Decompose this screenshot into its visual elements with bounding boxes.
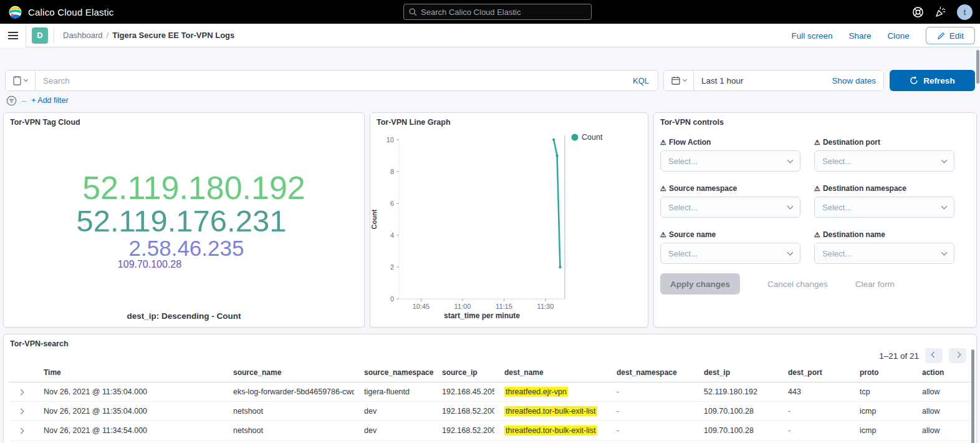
cancel-changes-button[interactable]: Cancel changes <box>767 280 828 289</box>
select-placeholder: Select... <box>822 157 852 166</box>
clear-form-button[interactable]: Clear form <box>855 280 895 289</box>
column-header-source_ip: source_ip <box>432 364 494 382</box>
row-expand-button[interactable] <box>9 382 34 402</box>
svg-text:8: 8 <box>390 168 394 175</box>
kql-language-button[interactable]: KQL <box>624 76 658 85</box>
dashboard-app-badge[interactable]: D <box>32 27 48 44</box>
chevron-down-icon <box>24 77 28 82</box>
cell-source_name: netshoot <box>223 421 354 441</box>
user-avatar[interactable]: t <box>957 4 973 20</box>
table-header-row: Timesource_namesource_namespacesource_ip… <box>9 364 974 382</box>
brand: Calico Cloud Elastic <box>0 6 113 19</box>
pagination-next-button[interactable] <box>949 348 966 363</box>
controls-buttons: Apply changes Cancel changes Clear form <box>660 273 895 295</box>
control-select-destination-name[interactable]: Select... <box>814 243 954 264</box>
cell-dest_name: threatfeed.ejr-vpn <box>494 382 607 402</box>
control-select-source-namespace[interactable]: Select... <box>660 197 800 218</box>
cell-time: Nov 26, 2021 @ 11:34:54.000 <box>34 421 223 441</box>
cell-dest_port: - <box>778 421 850 441</box>
chevron-right-icon <box>18 389 24 396</box>
highlighted-dest-name: threatfeed.ejr-vpn <box>504 387 568 397</box>
search-results-table: Timesource_namesource_namespacesource_ip… <box>9 364 974 441</box>
calendar-menu-button[interactable] <box>664 71 694 90</box>
top-right-icons: t <box>912 0 973 24</box>
page-scrollbar[interactable] <box>976 50 979 84</box>
clone-link[interactable]: Clone <box>887 31 909 41</box>
control-field-label: ⚠Destination port <box>814 138 954 147</box>
kql-search-input[interactable] <box>36 76 624 85</box>
cell-dest_ip: 52.119.180.192 <box>694 382 778 402</box>
time-range-value[interactable]: Last 1 hour <box>694 76 832 85</box>
cell-dest_namespace: - <box>607 382 694 402</box>
search-icon <box>409 8 417 16</box>
cell-source_name: eks-log-forwarder-5bd4659786-cwd2r <box>223 382 354 402</box>
svg-text:0: 0 <box>390 295 394 303</box>
filter-options-icon[interactable] <box>6 95 17 106</box>
row-expand-button[interactable] <box>9 402 34 421</box>
help-life-ring-icon[interactable] <box>912 6 924 18</box>
control-field: ⚠Destination nameSelect... <box>814 230 954 264</box>
cell-dest_ip: 109.70.100.28 <box>694 402 778 421</box>
svg-text:6: 6 <box>390 200 394 207</box>
add-filter-link[interactable]: + Add filter <box>31 96 68 105</box>
table-scrollbar[interactable] <box>971 349 974 443</box>
navbar: D Dashboard / Tigera Secure EE Tor-VPN L… <box>0 24 980 47</box>
cell-time: Nov 26, 2021 @ 11:35:04.000 <box>34 382 223 402</box>
control-field: ⚠Destination namespaceSelect... <box>814 184 954 218</box>
tag-cloud-word[interactable]: 109.70.100.28 <box>118 260 181 270</box>
control-select-source-name[interactable]: Select... <box>660 243 800 264</box>
tag-cloud-panel: Tor-VPN Tag Cloud 52.119.180.19252.119.1… <box>3 112 365 328</box>
app-title: Calico Cloud Elastic <box>28 7 113 17</box>
column-header-dest_name: dest_name <box>494 364 607 382</box>
menu-hamburger-icon[interactable] <box>0 24 26 47</box>
highlighted-dest-name: threatfeed.tor-bulk-exit-list <box>504 406 597 416</box>
control-field: ⚠Destination portSelect... <box>814 138 954 172</box>
cell-dest_name: threatfeed.tor-bulk-exit-list <box>494 421 607 441</box>
svg-text:Count: Count <box>582 133 603 142</box>
saved-query-menu-button[interactable] <box>6 71 36 90</box>
cell-proto: icmp <box>850 421 912 441</box>
line-graph-panel-title: Tor-VPN Line Graph <box>377 118 451 127</box>
cell-dest_port: 443 <box>778 382 850 402</box>
warning-icon: ⚠ <box>660 231 666 238</box>
breadcrumb-current-page: Tigera Secure EE Tor-VPN Logs <box>112 31 234 40</box>
table-row: Nov 26, 2021 @ 11:34:54.000netshootdev19… <box>9 421 974 441</box>
show-dates-link[interactable]: Show dates <box>832 76 883 85</box>
control-field-label: ⚠Source namespace <box>660 184 800 193</box>
breadcrumb-dashboard-link[interactable]: Dashboard <box>63 31 103 40</box>
tag-cloud-word[interactable]: 52.119.180.192 <box>82 171 305 205</box>
row-expand-button[interactable] <box>9 421 34 441</box>
chevron-down-icon <box>941 203 948 210</box>
refresh-button[interactable]: Refresh <box>890 70 975 91</box>
query-bar: KQL Last 1 hour Show dates Refresh <box>5 70 975 91</box>
saved-query-icon <box>13 76 21 85</box>
warning-icon: ⚠ <box>660 139 666 146</box>
warning-icon: ⚠ <box>660 185 666 192</box>
svg-text:start_time per minute: start_time per minute <box>444 311 520 320</box>
control-select-destination-namespace[interactable]: Select... <box>814 197 954 218</box>
share-link[interactable]: Share <box>848 31 871 41</box>
control-field: ⚠Source nameSelect... <box>660 230 800 264</box>
global-search-input[interactable] <box>421 7 586 17</box>
cell-proto: tcp <box>850 382 912 402</box>
svg-text:11:00: 11:00 <box>454 303 471 310</box>
highlighted-dest-name: threatfeed.tor-bulk-exit-list <box>504 426 597 436</box>
control-field: ⚠Source namespaceSelect... <box>660 184 800 218</box>
tag-cloud-word[interactable]: 52.119.176.231 <box>77 205 287 237</box>
cell-source_namespace: dev <box>354 421 432 441</box>
top-header-bar: Calico Cloud Elastic <box>0 0 980 24</box>
control-select-flow-action[interactable]: Select... <box>660 150 800 172</box>
tag-cloud-word[interactable]: 2.58.46.235 <box>129 237 244 260</box>
edit-button[interactable]: Edit <box>926 27 975 44</box>
control-field-label: ⚠Flow Action <box>660 138 800 147</box>
apply-changes-button[interactable]: Apply changes <box>660 273 740 295</box>
news-cheer-icon[interactable] <box>934 6 946 18</box>
filter-row: – + Add filter <box>6 95 69 106</box>
pagination-prev-button[interactable] <box>925 348 943 363</box>
chevron-down-icon <box>941 157 948 163</box>
full-screen-link[interactable]: Full screen <box>791 31 832 41</box>
filter-dash: – <box>22 96 26 105</box>
control-select-destination-port[interactable]: Select... <box>814 150 954 172</box>
cell-source_namespace: tigera-fluentd <box>354 382 432 402</box>
time-range-picker: Last 1 hour Show dates <box>663 70 884 91</box>
